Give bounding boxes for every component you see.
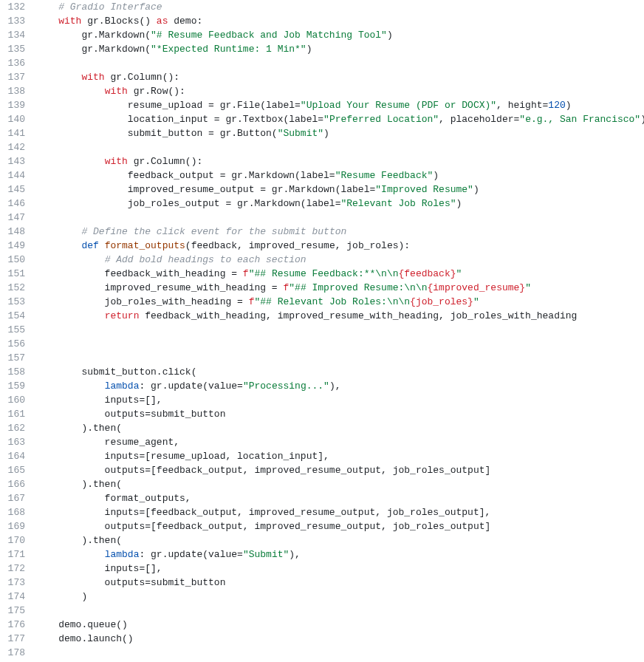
code-content[interactable] xyxy=(35,211,644,225)
code-content[interactable]: ) xyxy=(35,590,644,604)
code-content[interactable]: outputs=[feedback_output, improved_resum… xyxy=(35,519,644,533)
code-line[interactable]: 159 lambda: gr.update(value="Processing.… xyxy=(0,379,644,393)
code-content[interactable]: gr.Markdown("*Expected Runtime: 1 Min*") xyxy=(35,42,644,56)
code-content[interactable] xyxy=(35,351,644,365)
code-content[interactable]: outputs=submit_button xyxy=(35,576,644,590)
code-content[interactable]: inputs=[resume_upload, location_input], xyxy=(35,449,644,463)
code-content[interactable]: format_outputs, xyxy=(35,491,644,505)
code-line[interactable]: 149 def format_outputs(feedback, improve… xyxy=(0,239,644,253)
code-line[interactable]: 178 xyxy=(0,646,644,660)
code-content[interactable]: inputs=[], xyxy=(35,562,644,576)
code-line[interactable]: 160 inputs=[], xyxy=(0,393,644,407)
code-content[interactable]: with gr.Column(): xyxy=(35,154,644,168)
code-line[interactable]: 170 ).then( xyxy=(0,533,644,547)
code-line[interactable]: 153 job_roles_with_heading = f"## Releva… xyxy=(0,295,644,309)
code-content[interactable]: location_input = gr.Textbox(label="Prefe… xyxy=(35,112,644,126)
code-content[interactable]: gr.Markdown("# Resume Feedback and Job M… xyxy=(35,28,644,42)
code-content[interactable]: resume_upload = gr.File(label="Upload Yo… xyxy=(35,98,644,112)
code-line[interactable]: 162 ).then( xyxy=(0,421,644,435)
code-line[interactable]: 154 return feedback_with_heading, improv… xyxy=(0,309,644,323)
code-line[interactable]: 135 gr.Markdown("*Expected Runtime: 1 Mi… xyxy=(0,42,644,56)
code-content[interactable]: demo.queue() xyxy=(35,618,644,632)
code-content[interactable]: job_roles_output = gr.Markdown(label="Re… xyxy=(35,197,644,211)
code-line[interactable]: 146 job_roles_output = gr.Markdown(label… xyxy=(0,197,644,211)
code-line[interactable]: 161 outputs=submit_button xyxy=(0,407,644,421)
line-number: 164 xyxy=(0,449,35,463)
code-content[interactable]: with gr.Blocks() as demo: xyxy=(35,14,644,28)
code-content[interactable]: ).then( xyxy=(35,477,644,491)
code-line[interactable]: 164 inputs=[resume_upload, location_inpu… xyxy=(0,449,644,463)
code-line[interactable]: 173 outputs=submit_button xyxy=(0,576,644,590)
code-line[interactable]: 156 xyxy=(0,337,644,351)
code-content[interactable]: ).then( xyxy=(35,421,644,435)
code-line[interactable]: 165 outputs=[feedback_output, improved_r… xyxy=(0,463,644,477)
code-content[interactable]: with gr.Column(): xyxy=(35,70,644,84)
code-line[interactable]: 132 # Gradio Interface xyxy=(0,0,644,14)
code-line[interactable]: 138 with gr.Row(): xyxy=(0,84,644,98)
code-line[interactable]: 151 feedback_with_heading = f"## Resume … xyxy=(0,267,644,281)
code-content[interactable]: return feedback_with_heading, improved_r… xyxy=(35,309,644,323)
code-line[interactable]: 137 with gr.Column(): xyxy=(0,70,644,84)
code-content[interactable]: def format_outputs(feedback, improved_re… xyxy=(35,239,644,253)
code-line[interactable]: 148 # Define the click event for the sub… xyxy=(0,225,644,239)
code-line[interactable]: 155 xyxy=(0,323,644,337)
code-line[interactable]: 174 ) xyxy=(0,590,644,604)
code-content[interactable] xyxy=(35,337,644,351)
code-content[interactable]: feedback_with_heading = f"## Resume Feed… xyxy=(35,267,644,281)
code-content[interactable]: submit_button.click( xyxy=(35,365,644,379)
code-content[interactable]: resume_agent, xyxy=(35,435,644,449)
code-line[interactable]: 145 improved_resume_output = gr.Markdown… xyxy=(0,182,644,197)
code-line[interactable]: 177 demo.launch() xyxy=(0,632,644,646)
code-content[interactable]: inputs=[feedback_output, improved_resume… xyxy=(35,505,644,519)
line-number: 172 xyxy=(0,562,35,576)
code-content[interactable]: lambda: gr.update(value="Submit"), xyxy=(35,547,644,562)
code-content[interactable] xyxy=(35,646,644,660)
code-content[interactable]: outputs=submit_button xyxy=(35,407,644,421)
code-line[interactable]: 143 with gr.Column(): xyxy=(0,154,644,168)
code-content[interactable]: improved_resume_with_heading = f"## Impr… xyxy=(35,281,644,295)
code-content[interactable]: submit_button = gr.Button("Submit") xyxy=(35,126,644,140)
code-content[interactable]: # Gradio Interface xyxy=(35,0,644,14)
code-line[interactable]: 141 submit_button = gr.Button("Submit") xyxy=(0,126,644,140)
code-content[interactable]: outputs=[feedback_output, improved_resum… xyxy=(35,463,644,477)
code-line[interactable]: 144 feedback_output = gr.Markdown(label=… xyxy=(0,168,644,182)
code-content[interactable] xyxy=(35,323,644,337)
code-content[interactable]: lambda: gr.update(value="Processing...")… xyxy=(35,379,644,393)
code-line[interactable]: 142 xyxy=(0,140,644,154)
code-content[interactable] xyxy=(35,56,644,70)
code-line[interactable]: 136 xyxy=(0,56,644,70)
code-line[interactable]: 157 xyxy=(0,351,644,365)
code-line[interactable]: 169 outputs=[feedback_output, improved_r… xyxy=(0,519,644,533)
code-content[interactable]: job_roles_with_heading = f"## Relevant J… xyxy=(35,295,644,309)
code-line[interactable]: 163 resume_agent, xyxy=(0,435,644,449)
code-line[interactable]: 166 ).then( xyxy=(0,477,644,491)
code-line[interactable]: 167 format_outputs, xyxy=(0,491,644,505)
line-number: 147 xyxy=(0,211,35,225)
code-line[interactable]: 158 submit_button.click( xyxy=(0,365,644,379)
code-content[interactable] xyxy=(35,140,644,154)
code-line[interactable]: 133 with gr.Blocks() as demo: xyxy=(0,14,644,28)
code-line[interactable]: 172 inputs=[], xyxy=(0,562,644,576)
code-line[interactable]: 134 gr.Markdown("# Resume Feedback and J… xyxy=(0,28,644,42)
code-content[interactable]: # Add bold headings to each section xyxy=(35,253,644,267)
line-number: 158 xyxy=(0,365,35,379)
code-line[interactable]: 175 xyxy=(0,604,644,618)
code-content[interactable]: improved_resume_output = gr.Markdown(lab… xyxy=(35,182,644,197)
code-line[interactable]: 152 improved_resume_with_heading = f"## … xyxy=(0,281,644,295)
code-editor[interactable]: 132 # Gradio Interface133 with gr.Blocks… xyxy=(0,0,644,660)
code-line[interactable]: 140 location_input = gr.Textbox(label="P… xyxy=(0,112,644,126)
code-line[interactable]: 176 demo.queue() xyxy=(0,618,644,632)
line-number: 136 xyxy=(0,56,35,70)
code-content[interactable]: with gr.Row(): xyxy=(35,84,644,98)
code-line[interactable]: 147 xyxy=(0,211,644,225)
code-content[interactable]: inputs=[], xyxy=(35,393,644,407)
code-content[interactable]: feedback_output = gr.Markdown(label="Res… xyxy=(35,168,644,182)
code-line[interactable]: 139 resume_upload = gr.File(label="Uploa… xyxy=(0,98,644,112)
code-line[interactable]: 150 # Add bold headings to each section xyxy=(0,253,644,267)
code-content[interactable]: ).then( xyxy=(35,533,644,547)
code-content[interactable] xyxy=(35,604,644,618)
code-content[interactable]: demo.launch() xyxy=(35,632,644,646)
code-content[interactable]: # Define the click event for the submit … xyxy=(35,225,644,239)
code-line[interactable]: 171 lambda: gr.update(value="Submit"), xyxy=(0,547,644,562)
code-line[interactable]: 168 inputs=[feedback_output, improved_re… xyxy=(0,505,644,519)
